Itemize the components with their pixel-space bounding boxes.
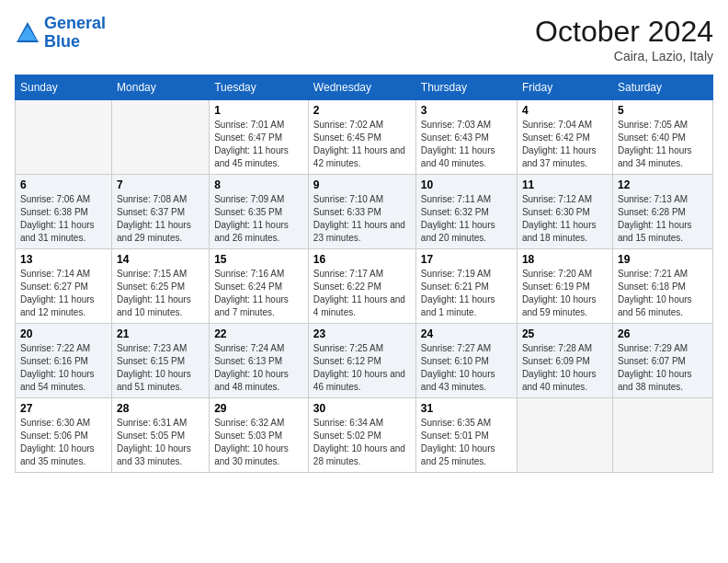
day-number: 9	[313, 178, 411, 191]
calendar-cell: 8Sunrise: 7:09 AMSunset: 6:35 PMDaylight…	[210, 175, 309, 249]
day-number: 14	[117, 253, 204, 266]
day-info: Sunrise: 7:12 AMSunset: 6:30 PMDaylight:…	[522, 193, 608, 245]
calendar-cell: 12Sunrise: 7:13 AMSunset: 6:28 PMDayligh…	[612, 175, 712, 249]
day-info: Sunrise: 7:01 AMSunset: 6:47 PMDaylight:…	[214, 119, 303, 170]
day-number: 31	[421, 402, 512, 415]
day-number: 26	[618, 327, 708, 340]
calendar-cell: 18Sunrise: 7:20 AMSunset: 6:19 PMDayligh…	[517, 249, 612, 324]
day-number: 6	[20, 178, 107, 191]
day-info: Sunrise: 6:30 AMSunset: 5:06 PMDaylight:…	[20, 417, 107, 468]
title-block: October 2024 Caira, Lazio, Italy	[535, 15, 713, 63]
day-number: 30	[313, 402, 411, 415]
calendar-cell: 3Sunrise: 7:03 AMSunset: 6:43 PMDaylight…	[415, 100, 517, 175]
day-number: 17	[421, 253, 512, 266]
week-row-3: 13Sunrise: 7:14 AMSunset: 6:27 PMDayligh…	[16, 249, 713, 324]
day-info: Sunrise: 7:19 AMSunset: 6:21 PMDaylight:…	[421, 268, 512, 319]
day-number: 18	[522, 253, 608, 266]
day-info: Sunrise: 6:35 AMSunset: 5:01 PMDaylight:…	[421, 417, 512, 468]
day-info: Sunrise: 7:06 AMSunset: 6:38 PMDaylight:…	[20, 193, 107, 245]
calendar-cell: 19Sunrise: 7:21 AMSunset: 6:18 PMDayligh…	[612, 249, 712, 324]
day-number: 22	[214, 327, 303, 340]
calendar-cell: 24Sunrise: 7:27 AMSunset: 6:10 PMDayligh…	[415, 324, 517, 398]
day-number: 1	[214, 104, 303, 117]
logo: General Blue	[15, 15, 106, 52]
calendar-cell: 14Sunrise: 7:15 AMSunset: 6:25 PMDayligh…	[112, 249, 210, 324]
month-title: October 2024	[535, 15, 713, 49]
day-info: Sunrise: 7:16 AMSunset: 6:24 PMDaylight:…	[214, 268, 303, 319]
calendar-cell: 20Sunrise: 7:22 AMSunset: 6:16 PMDayligh…	[16, 324, 112, 398]
logo-text: General Blue	[44, 15, 106, 52]
day-number: 2	[313, 104, 411, 117]
day-info: Sunrise: 7:14 AMSunset: 6:27 PMDaylight:…	[20, 268, 107, 319]
day-info: Sunrise: 7:21 AMSunset: 6:18 PMDaylight:…	[618, 268, 708, 319]
day-info: Sunrise: 7:29 AMSunset: 6:07 PMDaylight:…	[618, 342, 708, 394]
day-info: Sunrise: 7:25 AMSunset: 6:12 PMDaylight:…	[313, 342, 411, 394]
location: Caira, Lazio, Italy	[535, 49, 713, 63]
calendar-cell: 29Sunrise: 6:32 AMSunset: 5:03 PMDayligh…	[210, 398, 309, 473]
calendar-cell	[612, 398, 712, 473]
day-number: 12	[618, 178, 708, 191]
day-info: Sunrise: 7:02 AMSunset: 6:45 PMDaylight:…	[313, 119, 411, 170]
day-number: 4	[522, 104, 608, 117]
calendar-cell: 16Sunrise: 7:17 AMSunset: 6:22 PMDayligh…	[308, 249, 415, 324]
calendar-cell: 31Sunrise: 6:35 AMSunset: 5:01 PMDayligh…	[415, 398, 517, 473]
day-number: 19	[618, 253, 708, 266]
day-number: 13	[20, 253, 107, 266]
header-wednesday: Wednesday	[308, 75, 415, 100]
day-info: Sunrise: 6:31 AMSunset: 5:05 PMDaylight:…	[117, 417, 204, 468]
day-number: 29	[214, 402, 303, 415]
day-number: 8	[214, 178, 303, 191]
day-info: Sunrise: 6:34 AMSunset: 5:02 PMDaylight:…	[313, 417, 411, 468]
calendar-cell	[517, 398, 612, 473]
header-thursday: Thursday	[415, 75, 517, 100]
day-number: 28	[117, 402, 204, 415]
calendar-cell: 17Sunrise: 7:19 AMSunset: 6:21 PMDayligh…	[415, 249, 517, 324]
calendar-cell: 4Sunrise: 7:04 AMSunset: 6:42 PMDaylight…	[517, 100, 612, 175]
header-monday: Monday	[112, 75, 210, 100]
week-row-5: 27Sunrise: 6:30 AMSunset: 5:06 PMDayligh…	[16, 398, 713, 473]
day-info: Sunrise: 7:05 AMSunset: 6:40 PMDaylight:…	[618, 119, 708, 170]
calendar-cell: 1Sunrise: 7:01 AMSunset: 6:47 PMDaylight…	[210, 100, 309, 175]
calendar-cell: 25Sunrise: 7:28 AMSunset: 6:09 PMDayligh…	[517, 324, 612, 398]
day-info: Sunrise: 7:28 AMSunset: 6:09 PMDaylight:…	[522, 342, 608, 394]
day-number: 3	[421, 104, 512, 117]
day-number: 25	[522, 327, 608, 340]
header-sunday: Sunday	[16, 75, 112, 100]
calendar-cell: 7Sunrise: 7:08 AMSunset: 6:37 PMDaylight…	[112, 175, 210, 249]
day-info: Sunrise: 7:22 AMSunset: 6:16 PMDaylight:…	[20, 342, 107, 394]
day-number: 27	[20, 402, 107, 415]
calendar-cell: 21Sunrise: 7:23 AMSunset: 6:15 PMDayligh…	[112, 324, 210, 398]
day-number: 11	[522, 178, 608, 191]
day-info: Sunrise: 6:32 AMSunset: 5:03 PMDaylight:…	[214, 417, 303, 468]
day-info: Sunrise: 7:03 AMSunset: 6:43 PMDaylight:…	[421, 119, 512, 170]
week-row-2: 6Sunrise: 7:06 AMSunset: 6:38 PMDaylight…	[16, 175, 713, 249]
header-saturday: Saturday	[612, 75, 712, 100]
day-info: Sunrise: 7:08 AMSunset: 6:37 PMDaylight:…	[117, 193, 204, 245]
calendar-cell: 11Sunrise: 7:12 AMSunset: 6:30 PMDayligh…	[517, 175, 612, 249]
calendar-cell: 9Sunrise: 7:10 AMSunset: 6:33 PMDaylight…	[308, 175, 415, 249]
day-number: 10	[421, 178, 512, 191]
calendar-cell: 2Sunrise: 7:02 AMSunset: 6:45 PMDaylight…	[308, 100, 415, 175]
calendar-cell: 15Sunrise: 7:16 AMSunset: 6:24 PMDayligh…	[210, 249, 309, 324]
calendar-cell: 10Sunrise: 7:11 AMSunset: 6:32 PMDayligh…	[415, 175, 517, 249]
calendar-cell: 28Sunrise: 6:31 AMSunset: 5:05 PMDayligh…	[112, 398, 210, 473]
calendar-cell: 30Sunrise: 6:34 AMSunset: 5:02 PMDayligh…	[308, 398, 415, 473]
day-number: 21	[117, 327, 204, 340]
day-number: 5	[618, 104, 708, 117]
header-friday: Friday	[517, 75, 612, 100]
day-info: Sunrise: 7:10 AMSunset: 6:33 PMDaylight:…	[313, 193, 411, 245]
calendar-cell: 23Sunrise: 7:25 AMSunset: 6:12 PMDayligh…	[308, 324, 415, 398]
week-row-4: 20Sunrise: 7:22 AMSunset: 6:16 PMDayligh…	[16, 324, 713, 398]
day-number: 20	[20, 327, 107, 340]
day-info: Sunrise: 7:13 AMSunset: 6:28 PMDaylight:…	[618, 193, 708, 245]
page-header: General Blue October 2024 Caira, Lazio, …	[15, 15, 713, 63]
svg-marker-1	[18, 26, 37, 40]
calendar-cell: 27Sunrise: 6:30 AMSunset: 5:06 PMDayligh…	[16, 398, 112, 473]
day-number: 7	[117, 178, 204, 191]
day-number: 16	[313, 253, 411, 266]
day-number: 23	[313, 327, 411, 340]
calendar-cell: 13Sunrise: 7:14 AMSunset: 6:27 PMDayligh…	[16, 249, 112, 324]
day-info: Sunrise: 7:27 AMSunset: 6:10 PMDaylight:…	[421, 342, 512, 394]
calendar-cell	[112, 100, 210, 175]
calendar-cell: 26Sunrise: 7:29 AMSunset: 6:07 PMDayligh…	[612, 324, 712, 398]
